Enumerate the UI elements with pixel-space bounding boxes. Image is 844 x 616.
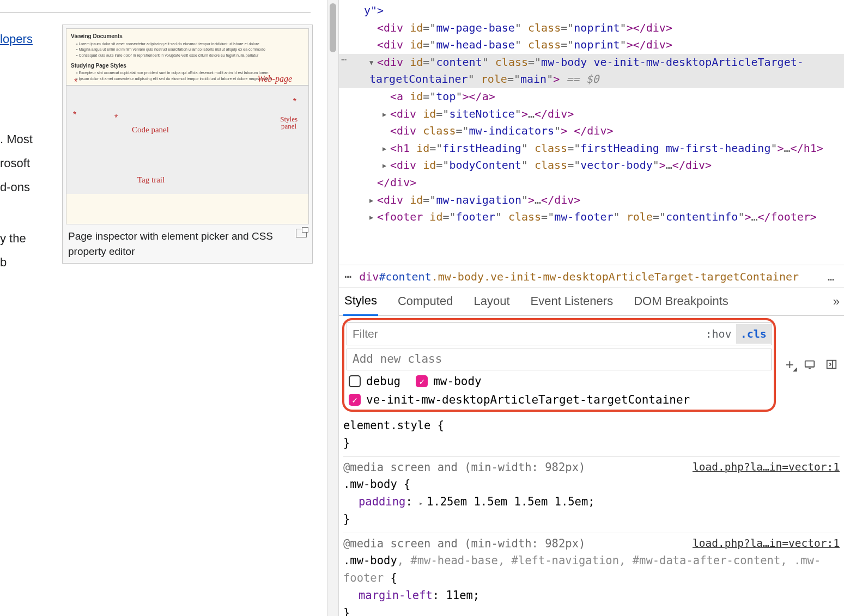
- thumb-heading-1: Viewing Documents: [71, 32, 304, 41]
- class-toggle[interactable]: ✓mw-body: [416, 375, 482, 388]
- article-body: lopers . Most rosoft d-ons y the b: [0, 25, 49, 278]
- dom-node[interactable]: ▶<h1 id="firstHeading" class="firstHeadi…: [339, 140, 844, 157]
- devtools-pane: ⋯ y"> <div id="mw-page-base" class="nopr…: [339, 0, 844, 616]
- styles-tabs: Styles Computed Layout Event Listeners D…: [339, 288, 844, 316]
- svg-rect-1: [827, 361, 836, 369]
- thumbnail-caption: Page inspector with element picker and C…: [68, 229, 292, 259]
- thumbnail-image[interactable]: Viewing Documents • Lorem ipsum dolor si…: [66, 28, 309, 224]
- dom-node[interactable]: ▶<div id="mw-navigation">…</div>: [339, 192, 844, 209]
- dom-node[interactable]: ▶<div id="bodyContent" class="vector-bod…: [339, 157, 844, 174]
- style-rules[interactable]: element.style { } load.php?la…in=vector:…: [339, 413, 844, 616]
- dom-node[interactable]: <div id="mw-head-base" class="noprint"><…: [339, 36, 844, 54]
- dom-node[interactable]: ▶<div id="siteNotice">…</div>: [339, 106, 844, 123]
- thumb-heading-2: Studying Page Styles: [71, 62, 304, 70]
- styles-toolbar-icons: +◢: [779, 356, 844, 373]
- pane-scrollbar[interactable]: [327, 0, 339, 616]
- class-editor-highlight: :hov .cls Add new class debug✓mw-body✓ve…: [342, 318, 776, 412]
- thumb-webpage-label: Web-page: [258, 72, 292, 86]
- thumb-codepanel-label: Code panel: [132, 124, 169, 136]
- article-pane: Viewing Documents • Lorem ipsum dolor si…: [0, 0, 327, 616]
- new-rule-icon[interactable]: +◢: [786, 356, 794, 373]
- tab-styles[interactable]: Styles: [343, 288, 378, 316]
- source-link[interactable]: load.php?la…in=vector:1: [693, 535, 840, 552]
- breadcrumb-overflow[interactable]: ⋯: [344, 270, 351, 283]
- dom-node[interactable]: <div id="mw-page-base" class="noprint"><…: [339, 20, 844, 37]
- breadcrumb[interactable]: ⋯ div#content.mw-body.ve-init-mw-desktop…: [339, 265, 844, 288]
- breadcrumb-more[interactable]: …: [824, 270, 839, 283]
- tab-event-listeners[interactable]: Event Listeners: [530, 289, 615, 315]
- dom-tree[interactable]: ⋯ y"> <div id="mw-page-base" class="nopr…: [339, 0, 844, 265]
- cls-toggle[interactable]: .cls: [736, 324, 771, 344]
- tab-computed[interactable]: Computed: [397, 289, 454, 315]
- tab-layout[interactable]: Layout: [472, 289, 511, 315]
- thumbnail-figure: Viewing Documents • Lorem ipsum dolor si…: [62, 25, 313, 264]
- tab-dom-breakpoints[interactable]: DOM Breakpoints: [633, 289, 730, 315]
- hov-toggle[interactable]: :hov: [701, 327, 736, 340]
- styles-filter-input[interactable]: [347, 327, 701, 340]
- dom-node[interactable]: <a id="top"></a>: [339, 88, 844, 106]
- source-link[interactable]: load.php?la…in=vector:1: [693, 459, 840, 475]
- svg-rect-0: [805, 361, 815, 367]
- dom-node[interactable]: <div class="mw-indicators"> </div>: [339, 123, 844, 140]
- section-divider: [0, 12, 311, 13]
- add-class-input[interactable]: Add new class: [347, 349, 772, 370]
- enlarge-icon[interactable]: [296, 229, 307, 237]
- class-toggle[interactable]: ✓ve-init-mw-desktopArticleTarget-targetC…: [349, 393, 690, 406]
- class-toggle[interactable]: debug: [349, 375, 400, 388]
- article-link[interactable]: lopers: [0, 32, 33, 46]
- panel-toggle-icon[interactable]: [825, 358, 837, 370]
- class-toggles: debug✓mw-body✓ve-init-mw-desktopArticleT…: [344, 370, 774, 406]
- device-icon[interactable]: [804, 358, 816, 370]
- tabs-overflow-icon[interactable]: »: [831, 292, 840, 311]
- dom-node-selected[interactable]: ▼<div id="content" class="mw-body ve-ini…: [339, 54, 844, 88]
- thumb-stylespanel-label: Styles panel: [280, 115, 297, 130]
- dom-node[interactable]: ▶<footer id="footer" class="mw-footer" r…: [339, 209, 844, 226]
- styles-filter-row: :hov .cls: [347, 322, 772, 345]
- thumb-tagtrail-label: Tag trail: [137, 174, 165, 186]
